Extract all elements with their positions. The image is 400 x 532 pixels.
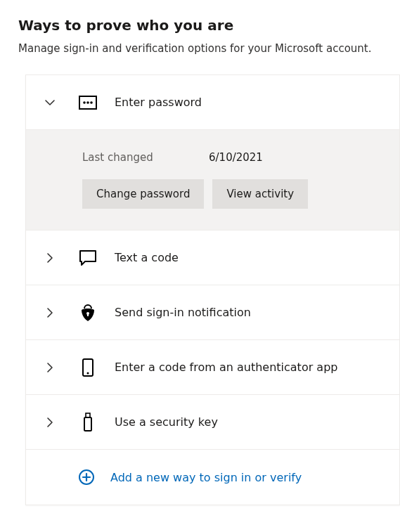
row-text-code[interactable]: Text a code (26, 231, 399, 285)
phone-icon (78, 358, 98, 377)
chevron-right-icon (43, 415, 57, 429)
row-label-security-key: Use a security key (115, 415, 218, 429)
row-enter-password[interactable]: Enter password (26, 75, 399, 130)
password-icon (78, 93, 98, 112)
svg-rect-9 (84, 417, 91, 431)
lock-shield-icon (78, 303, 98, 323)
row-label-notification: Send sign-in notification (115, 306, 251, 319)
chevron-right-icon (43, 251, 57, 265)
text-message-icon (78, 248, 98, 268)
row-label-auth-app: Enter a code from an authenticator app (115, 361, 337, 374)
row-label-password: Enter password (115, 96, 202, 109)
last-changed-label: Last changed (82, 151, 209, 164)
svg-rect-5 (87, 313, 89, 316)
row-notification[interactable]: Send sign-in notification (26, 285, 399, 340)
row-add-new[interactable]: Add a new way to sign in or verify (26, 450, 399, 505)
svg-point-3 (90, 101, 93, 104)
chevron-right-icon (43, 361, 57, 375)
svg-point-2 (86, 101, 89, 104)
page-title: Ways to prove who you are (18, 17, 400, 34)
chevron-down-icon (43, 96, 57, 110)
row-authenticator-app[interactable]: Enter a code from an authenticator app (26, 340, 399, 395)
add-new-link[interactable]: Add a new way to sign in or verify (110, 471, 302, 484)
row-security-key[interactable]: Use a security key (26, 395, 399, 450)
usb-key-icon (78, 413, 98, 432)
svg-point-1 (83, 101, 86, 104)
row-label-text-code: Text a code (115, 251, 179, 264)
password-detail-panel: Last changed 6/10/2021 Change password V… (26, 130, 399, 231)
svg-point-7 (87, 372, 89, 374)
security-methods-list: Enter password Last changed 6/10/2021 Ch… (25, 74, 400, 505)
last-changed-value: 6/10/2021 (209, 151, 263, 164)
chevron-right-icon (43, 306, 57, 320)
change-password-button[interactable]: Change password (82, 179, 204, 209)
page-subtitle: Manage sign-in and verification options … (18, 42, 400, 55)
add-circle-icon (78, 469, 95, 486)
view-activity-button[interactable]: View activity (212, 179, 308, 209)
